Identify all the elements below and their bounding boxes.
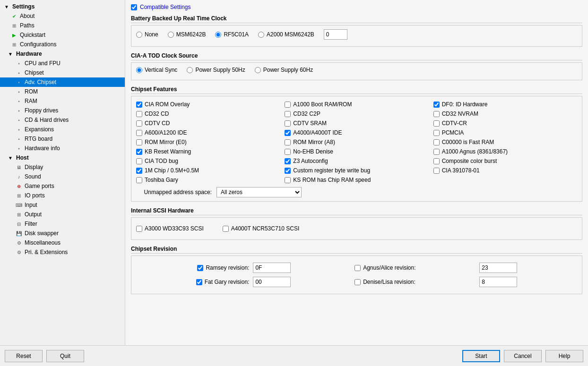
custom-reg-check[interactable] bbox=[285, 168, 291, 174]
denise-label-item[interactable]: Denise/Lisa revision: bbox=[355, 278, 476, 286]
rtc-none-radio[interactable] bbox=[136, 32, 142, 38]
sidebar-item-io-ports[interactable]: ⊞ IO ports bbox=[0, 191, 125, 200]
sidebar-item-sound[interactable]: ♪ Sound bbox=[0, 172, 125, 181]
pcmcia-item[interactable]: PCMCIA bbox=[433, 128, 577, 137]
a1000-agnus-check[interactable] bbox=[433, 149, 440, 155]
a3000-scsi-item[interactable]: A3000 WD33C93 SCSI bbox=[136, 224, 204, 233]
compatible-settings-checkbox[interactable] bbox=[131, 4, 137, 10]
denise-value-input[interactable] bbox=[479, 277, 517, 287]
cia-60hz-option[interactable]: Power Supply 60Hz bbox=[255, 67, 313, 73]
agnus-value-input[interactable] bbox=[479, 263, 517, 273]
a4000-ide-item[interactable]: A4000/A4000T IDE bbox=[285, 128, 428, 137]
help-button[interactable]: Help bbox=[545, 350, 583, 362]
a600-ide-check[interactable] bbox=[136, 130, 142, 136]
df0-id-check[interactable] bbox=[433, 102, 440, 108]
rtc-msm-radio[interactable] bbox=[168, 32, 174, 38]
c00000-fast-check[interactable] bbox=[433, 139, 440, 145]
rtc-none-option[interactable]: None bbox=[136, 31, 158, 38]
rtc-a2000-option[interactable]: A2000 MSM6242B bbox=[258, 31, 314, 38]
a1000-boot-item[interactable]: A1000 Boot RAM/ROM bbox=[285, 100, 428, 109]
sidebar-item-display[interactable]: 🖥 Display bbox=[0, 162, 125, 172]
sidebar-item-paths[interactable]: ⊞ Paths bbox=[0, 21, 125, 30]
1m-chip-item[interactable]: 1M Chip / 0.5M+0.5M bbox=[136, 166, 280, 175]
sidebar-item-rom[interactable]: ▪ ROM bbox=[0, 87, 125, 96]
composite-color-check[interactable] bbox=[433, 158, 440, 164]
ramsey-value-input[interactable] bbox=[253, 263, 291, 273]
sidebar-item-quickstart[interactable]: ▶ Quickstart bbox=[0, 30, 125, 40]
df0-id-item[interactable]: DF0: ID Hardware bbox=[433, 100, 577, 109]
reset-button[interactable]: Reset bbox=[5, 350, 43, 362]
quit-button[interactable]: Quit bbox=[46, 350, 84, 362]
sidebar-item-misc[interactable]: ⚙ Miscellaneous bbox=[0, 238, 125, 247]
cia-vsync-radio[interactable] bbox=[136, 67, 142, 73]
z3-autoconfig-item[interactable]: Z3 Autoconfig bbox=[285, 157, 428, 165]
sidebar-item-configurations[interactable]: ⊞ Configurations bbox=[0, 40, 125, 49]
rom-mirror-e0-item[interactable]: ROM Mirror (E0) bbox=[136, 138, 280, 146]
unmapped-select[interactable]: All zeros Board Floating bbox=[216, 187, 302, 197]
fatgary-value-input[interactable] bbox=[253, 277, 291, 287]
cia-tod-bug-item[interactable]: CIA TOD bug bbox=[136, 157, 280, 165]
sidebar-item-rtg[interactable]: ▪ RTG board bbox=[0, 134, 125, 144]
pcmcia-check[interactable] bbox=[433, 130, 440, 136]
toshiba-gary-item[interactable]: Toshiba Gary bbox=[136, 176, 280, 184]
denise-check[interactable] bbox=[355, 279, 361, 285]
a1000-agnus-item[interactable]: A1000 Agnus (8361/8367) bbox=[433, 147, 577, 156]
ramsey-check[interactable] bbox=[197, 265, 203, 271]
fatgary-check[interactable] bbox=[196, 279, 202, 285]
rtc-msm-option[interactable]: MSM6242B bbox=[168, 31, 206, 38]
c00000-fast-item[interactable]: C00000 is Fast RAM bbox=[433, 138, 577, 146]
cd32-cd-item[interactable]: CD32 CD bbox=[136, 110, 280, 118]
rtc-value-input[interactable] bbox=[324, 29, 347, 40]
sidebar-item-floppy[interactable]: ▪ Floppy drives bbox=[0, 106, 125, 115]
cia-50hz-radio[interactable] bbox=[187, 67, 193, 73]
sidebar-group-hardware[interactable]: ▼ Hardware bbox=[0, 49, 125, 59]
rom-mirror-a8-check[interactable] bbox=[285, 139, 291, 145]
rtc-a2000-radio[interactable] bbox=[258, 32, 264, 38]
cd32-c2p-item[interactable]: CD32 C2P bbox=[285, 110, 428, 118]
z3-autoconfig-check[interactable] bbox=[285, 158, 291, 164]
sidebar-item-ram[interactable]: ▪ RAM bbox=[0, 96, 125, 106]
custom-reg-item[interactable]: Custom register byte write bug bbox=[285, 166, 428, 175]
a3000-scsi-check[interactable] bbox=[136, 226, 142, 232]
cia-391078-check[interactable] bbox=[433, 168, 440, 174]
kb-reset-item[interactable]: KB Reset Warning bbox=[136, 147, 280, 156]
kb-reset-check[interactable] bbox=[136, 149, 142, 155]
cd32-c2p-check[interactable] bbox=[285, 111, 291, 117]
cia-rom-overlay-check[interactable] bbox=[136, 102, 142, 108]
sidebar-item-cpu-fpu[interactable]: ▪ CPU and FPU bbox=[0, 59, 125, 68]
cdtv-sram-check[interactable] bbox=[285, 120, 291, 127]
cia-tod-bug-check[interactable] bbox=[136, 158, 142, 164]
sidebar-item-input[interactable]: ⌨ Input bbox=[0, 200, 125, 210]
a1000-boot-check[interactable] bbox=[285, 102, 291, 108]
rtc-rf5-radio[interactable] bbox=[215, 32, 221, 38]
sidebar-item-game-ports[interactable]: ⊕ Game ports bbox=[0, 181, 125, 191]
rtc-rf5-option[interactable]: RF5C01A bbox=[215, 31, 249, 38]
no-ehb-check[interactable] bbox=[285, 149, 291, 155]
cd32-nvram-item[interactable]: CD32 NVRAM bbox=[433, 110, 577, 118]
ks-rom-chip-check[interactable] bbox=[285, 177, 291, 183]
cia-rom-overlay-item[interactable]: CIA ROM Overlay bbox=[136, 100, 280, 109]
ramsey-label-item[interactable]: Ramsey revision: bbox=[136, 264, 249, 272]
rom-mirror-a8-item[interactable]: ROM Mirror (A8) bbox=[285, 138, 428, 146]
a4000t-scsi-check[interactable] bbox=[223, 226, 229, 232]
sidebar-item-about[interactable]: ✔ About bbox=[0, 11, 125, 21]
sidebar-item-pri-ext[interactable]: ⚙ Pri. & Extensions bbox=[0, 247, 125, 257]
a600-ide-item[interactable]: A600/A1200 IDE bbox=[136, 128, 280, 137]
cia-60hz-radio[interactable] bbox=[255, 67, 261, 73]
composite-color-item[interactable]: Composite color burst bbox=[433, 157, 577, 165]
cancel-button[interactable]: Cancel bbox=[504, 350, 542, 362]
cdtv-cd-check[interactable] bbox=[136, 120, 142, 127]
cdtv-sram-item[interactable]: CDTV SRAM bbox=[285, 119, 428, 128]
sidebar-item-hw-info[interactable]: ▪ Hardware info bbox=[0, 144, 125, 153]
sidebar-item-disk-swapper[interactable]: 💾 Disk swapper bbox=[0, 229, 125, 238]
cdtv-cr-check[interactable] bbox=[433, 120, 440, 127]
sidebar-item-expansions[interactable]: ▪ Expansions bbox=[0, 125, 125, 134]
cdtv-cd-item[interactable]: CDTV CD bbox=[136, 119, 280, 128]
start-button[interactable]: Start bbox=[462, 350, 500, 362]
cdtv-cr-item[interactable]: CDTV-CR bbox=[433, 119, 577, 128]
cd32-nvram-check[interactable] bbox=[433, 111, 440, 117]
rom-mirror-e0-check[interactable] bbox=[136, 139, 142, 145]
cia-391078-item[interactable]: CIA 391078-01 bbox=[433, 166, 577, 175]
sidebar-group-host[interactable]: ▼ Host bbox=[0, 153, 125, 162]
sidebar-item-adv-chipset[interactable]: ▪ Adv. Chipset bbox=[0, 77, 125, 87]
